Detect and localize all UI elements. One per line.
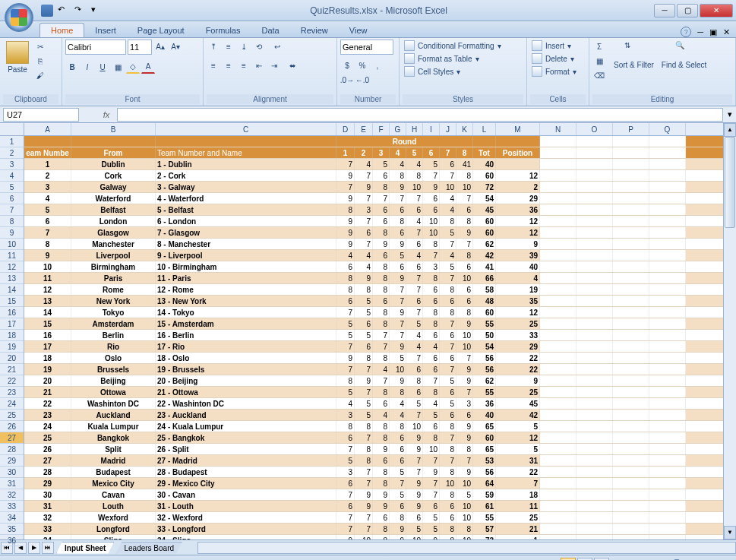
cell[interactable] [613,364,649,375]
cell[interactable]: Tot [473,147,496,158]
cell[interactable]: 8 [440,489,456,500]
cell[interactable]: 7 [355,364,373,375]
cell[interactable]: 9 [406,478,423,489]
cell[interactable] [540,307,576,318]
cell[interactable] [613,387,649,397]
col-header-C[interactable]: C [156,123,336,135]
cell[interactable]: 65 [473,444,496,454]
cell[interactable]: 7 [336,524,355,534]
cell[interactable] [649,204,686,215]
cell[interactable]: 19 [24,364,71,375]
cell[interactable] [576,182,613,192]
row-header[interactable]: 6 [0,193,24,204]
row-header[interactable]: 28 [0,444,24,455]
cell[interactable]: 5 [390,250,406,261]
row-header[interactable]: 16 [0,307,24,318]
cell[interactable] [576,341,613,352]
col-header-E[interactable]: E [355,123,373,135]
row-header[interactable]: 21 [0,364,24,375]
cut-icon[interactable]: ✂ [33,40,47,53]
cell[interactable]: 6 [373,170,390,181]
cell[interactable]: 8 [355,284,373,295]
cell[interactable]: 9 [373,444,390,454]
cell[interactable]: 4 [423,398,440,409]
cell[interactable]: 6 [373,216,390,226]
cell[interactable]: Manchester [71,239,156,249]
cell[interactable]: 9 [373,501,390,511]
cell[interactable]: 10 [355,535,373,539]
cell[interactable] [576,421,613,432]
cell[interactable]: 10 [456,478,473,489]
col-header-M[interactable]: M [496,123,540,135]
cell[interactable]: 10 [456,341,473,352]
cell[interactable] [649,387,686,397]
cell[interactable]: 13 - New York [156,296,336,306]
cell[interactable] [540,147,576,158]
cell[interactable]: 6 [423,353,440,363]
cell[interactable]: 22 [24,398,71,409]
orientation-icon[interactable]: ⟲ [252,40,266,53]
cell[interactable]: 22 [496,353,540,363]
cell[interactable]: 62 [473,375,496,386]
cell[interactable]: 6 [390,261,406,272]
cell[interactable]: 6 [336,296,355,306]
cell[interactable]: 8 [355,421,373,432]
cell[interactable]: 7 [406,353,423,363]
cell[interactable] [540,204,576,215]
cell[interactable]: 25 - Bangkok [156,432,336,443]
cell[interactable] [496,159,540,169]
cell[interactable]: 5 [390,467,406,477]
cell[interactable] [649,501,686,511]
minimize-button[interactable]: ─ [654,4,675,17]
cell[interactable]: 5 [355,330,373,340]
cell[interactable]: Amsterdam [71,318,156,329]
format-cells-button[interactable]: Format ▾ [530,65,578,78]
cell[interactable]: 54 [473,341,496,352]
cell[interactable] [613,535,649,539]
cell[interactable] [613,284,649,295]
cell[interactable]: 6 [373,250,390,261]
cell[interactable] [576,432,613,443]
sheet-tab-input[interactable]: Input Sheet [56,542,114,554]
cell[interactable] [576,501,613,511]
cell[interactable]: Belfast [71,204,156,215]
cell[interactable]: 4 [440,193,456,204]
cell[interactable]: 31 [24,501,71,511]
cell[interactable]: 27 [24,455,71,466]
cell[interactable]: 5 [390,353,406,363]
cell[interactable]: 45 [496,398,540,409]
cell[interactable]: 32 - Wexford [156,512,336,523]
cell[interactable]: New York [71,296,156,306]
cell[interactable]: 60 [473,170,496,181]
cell[interactable]: 8 [440,421,456,432]
cell[interactable]: 55 [473,512,496,523]
currency-icon[interactable]: $ [340,59,354,72]
cell[interactable]: 6 [440,512,456,523]
cell[interactable]: 34 [24,535,71,539]
cell[interactable]: 6 [390,204,406,215]
cell[interactable]: 8 [440,444,456,454]
cell[interactable]: 6 [456,284,473,295]
cell[interactable] [613,170,649,181]
cell[interactable] [613,273,649,283]
cell[interactable]: 6 [423,204,440,215]
cell[interactable] [613,307,649,318]
cell[interactable]: 7 [406,227,423,238]
cell[interactable] [649,296,686,306]
cell[interactable]: 8 [390,421,406,432]
cell[interactable]: 26 [24,444,71,454]
cell[interactable]: 7 [406,284,423,295]
page-break-view-icon[interactable] [594,558,609,561]
col-header-N[interactable]: N [540,123,576,135]
cell[interactable]: 55 [473,387,496,397]
maximize-button[interactable]: ▢ [677,4,698,17]
last-sheet-icon[interactable]: ⏭ [42,542,54,554]
cell[interactable] [540,273,576,283]
bold-button[interactable]: B [65,60,79,74]
col-header-P[interactable]: P [613,123,649,135]
cell[interactable]: 18 [24,353,71,363]
cell[interactable]: 10 [406,182,423,192]
row-header[interactable]: 31 [0,478,24,489]
cell[interactable]: 21 - Ottowa [156,387,336,397]
cell[interactable]: 1 [24,159,71,169]
